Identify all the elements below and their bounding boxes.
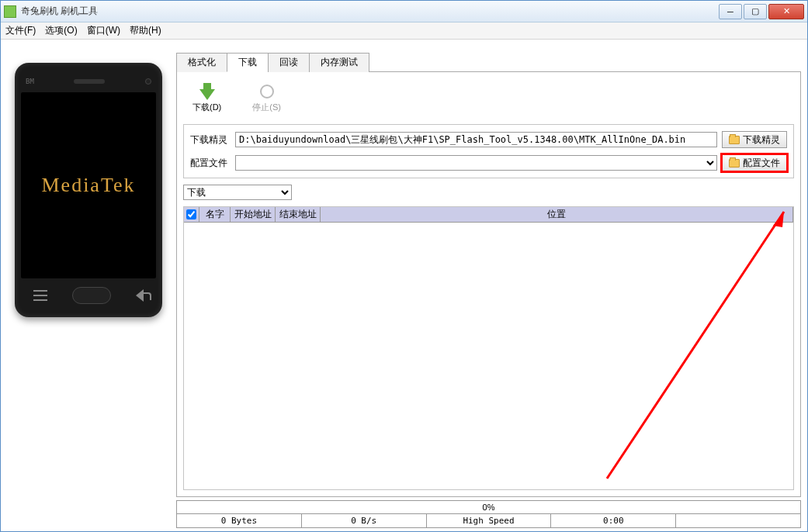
- col-location[interactable]: 位置: [321, 207, 793, 222]
- close-button[interactable]: ✕: [768, 4, 804, 19]
- scatter-label: 配置文件: [190, 157, 231, 170]
- titlebar: 奇兔刷机 刷机工具 ─ ▢ ✕: [1, 1, 807, 22]
- tab-memtest[interactable]: 内存测试: [309, 53, 369, 72]
- stop-label: 停止(S): [252, 102, 281, 113]
- app-body: BM MediaTek 格式化 下载 回读: [1, 40, 807, 531]
- phone-screen: MediaTek: [21, 92, 156, 278]
- status-row: 0 Bytes 0 B/s High Speed 0:00: [176, 514, 801, 528]
- left-pane: BM MediaTek: [1, 40, 176, 531]
- folder-icon: [729, 136, 740, 144]
- form-area: 下载精灵 下载精灵 配置文件 配置文件: [183, 124, 794, 178]
- da-browse-label: 下载精灵: [743, 133, 780, 147]
- scatter-browse-label: 配置文件: [743, 157, 780, 170]
- col-name[interactable]: 名字: [199, 207, 231, 222]
- tab-format[interactable]: 格式化: [176, 53, 227, 72]
- download-button[interactable]: 下载(D): [192, 83, 221, 113]
- da-row: 下载精灵 下载精灵: [190, 131, 787, 148]
- toolbar: 下载(D) 停止(S): [183, 78, 794, 118]
- phone-speaker-icon: [74, 79, 105, 84]
- partition-table: 名字 开始地址 结束地址 位置: [183, 206, 794, 490]
- scatter-browse-button[interactable]: 配置文件: [722, 154, 787, 171]
- phone-mockup: BM MediaTek: [15, 63, 162, 317]
- tab-content: 下载(D) 停止(S) 下载精灵 下载精灵: [176, 72, 801, 497]
- col-end[interactable]: 结束地址: [276, 207, 321, 222]
- scatter-row: 配置文件 配置文件: [190, 154, 787, 171]
- da-path-input[interactable]: [235, 132, 717, 147]
- maximize-button[interactable]: ▢: [744, 4, 767, 19]
- phone-nav-buttons: [21, 278, 156, 306]
- stop-button[interactable]: 停止(S): [252, 83, 281, 113]
- scatter-path-input[interactable]: [235, 155, 717, 171]
- phone-back-icon: [136, 289, 144, 302]
- app-icon: [4, 5, 16, 18]
- phone-logo-text: MediaTek: [41, 174, 135, 197]
- mode-select[interactable]: 下载: [183, 185, 292, 200]
- status-mode: High Speed: [427, 514, 552, 527]
- stop-circle-icon: [260, 85, 274, 98]
- annotation-arrow-icon: [467, 207, 793, 486]
- window-controls: ─ ▢ ✕: [719, 4, 804, 19]
- phone-camera-icon: [145, 78, 151, 85]
- folder-icon: [729, 159, 740, 168]
- svg-line-0: [607, 212, 784, 478]
- table-header: 名字 开始地址 结束地址 位置: [184, 207, 793, 223]
- menubar: 文件(F) 选项(O) 窗口(W) 帮助(H): [1, 22, 807, 40]
- progress-text: 0%: [483, 503, 495, 512]
- right-pane: 格式化 下载 回读 内存测试 下载(D) 停止(S): [176, 40, 807, 531]
- da-label: 下载精灵: [190, 133, 231, 147]
- download-arrow-icon: [199, 89, 215, 100]
- da-browse-button[interactable]: 下载精灵: [722, 131, 787, 148]
- menu-options[interactable]: 选项(O): [45, 24, 77, 37]
- select-all-checkbox[interactable]: [186, 209, 196, 219]
- status-empty: [676, 514, 800, 527]
- download-label: 下载(D): [192, 102, 221, 113]
- tabbar: 格式化 下载 回读 内存测试: [176, 52, 801, 72]
- window-title: 奇兔刷机 刷机工具: [21, 5, 719, 18]
- main-window: 奇兔刷机 刷机工具 ─ ▢ ✕ 文件(F) 选项(O) 窗口(W) 帮助(H) …: [0, 0, 808, 532]
- menu-window[interactable]: 窗口(W): [87, 24, 120, 37]
- phone-bm-label: BM: [26, 78, 34, 85]
- status-time: 0:00: [551, 514, 676, 527]
- phone-home-button-icon: [72, 287, 111, 304]
- status-speed: 0 B/s: [302, 514, 427, 527]
- progress-bar: 0%: [176, 500, 801, 514]
- menu-help[interactable]: 帮助(H): [130, 24, 161, 37]
- tab-readback[interactable]: 回读: [268, 53, 310, 72]
- status-area: 0% 0 Bytes 0 B/s High Speed 0:00: [176, 500, 801, 528]
- tab-download[interactable]: 下载: [227, 53, 269, 72]
- status-bytes: 0 Bytes: [177, 514, 302, 527]
- minimize-button[interactable]: ─: [719, 4, 742, 19]
- col-checkbox[interactable]: [184, 207, 199, 222]
- phone-menu-icon: [33, 290, 47, 301]
- col-start[interactable]: 开始地址: [231, 207, 276, 222]
- menu-file[interactable]: 文件(F): [5, 24, 36, 37]
